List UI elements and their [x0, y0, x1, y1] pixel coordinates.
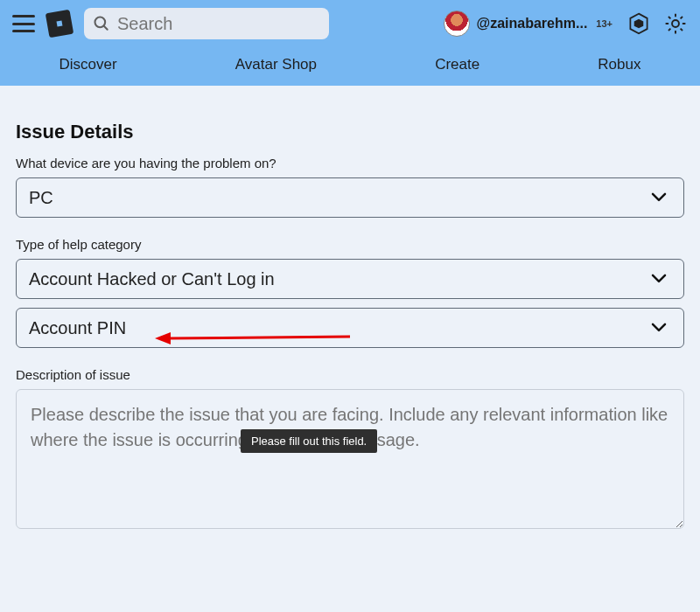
menu-button[interactable]	[12, 15, 35, 32]
svg-line-1	[104, 26, 108, 30]
device-label: What device are you having the problem o…	[16, 156, 684, 170]
device-value: PC	[29, 188, 53, 208]
roblox-logo-icon[interactable]	[46, 10, 74, 38]
category-value: Account Hacked or Can't Log in	[29, 269, 275, 289]
app-header: @zainabarehm... 13+ Discover Avatar Shop…	[0, 0, 700, 86]
category-select[interactable]: Account Hacked or Can't Log in	[16, 259, 684, 299]
annotation-arrow-icon	[153, 330, 354, 347]
nav-robux[interactable]: Robux	[598, 56, 640, 73]
section-title: Issue Details	[16, 121, 684, 143]
svg-marker-6	[155, 332, 171, 344]
category-label: Type of help category	[16, 237, 684, 252]
chevron-down-icon	[648, 316, 669, 337]
description-textarea[interactable]	[16, 389, 684, 529]
svg-line-5	[169, 337, 350, 338]
svg-marker-3	[634, 19, 644, 29]
robux-icon[interactable]	[626, 11, 651, 36]
chevron-down-icon	[648, 186, 669, 207]
user-area[interactable]: @zainabarehm... 13+	[444, 10, 614, 37]
header-top-row: @zainabarehm... 13+	[0, 0, 700, 47]
subcategory-value: Account PIN	[29, 318, 126, 338]
svg-point-4	[672, 20, 679, 27]
nav-row: Discover Avatar Shop Create Robux	[0, 47, 700, 86]
search-input[interactable]	[117, 14, 320, 34]
content-area: Issue Details What device are you having…	[0, 86, 700, 532]
username-label: @zainabarehm...	[477, 16, 588, 31]
search-box[interactable]	[84, 8, 329, 39]
avatar	[444, 10, 470, 37]
chevron-down-icon	[648, 268, 669, 289]
search-icon	[93, 15, 110, 32]
nav-avatar-shop[interactable]: Avatar Shop	[235, 56, 317, 73]
age-badge: 13+	[594, 18, 614, 29]
device-select[interactable]: PC	[16, 177, 684, 218]
nav-discover[interactable]: Discover	[60, 56, 117, 73]
nav-create[interactable]: Create	[435, 56, 480, 73]
device-field: What device are you having the problem o…	[16, 156, 684, 218]
settings-gear-icon[interactable]	[663, 11, 688, 36]
validation-tooltip: Please fill out this field.	[241, 429, 377, 453]
description-label: Description of issue	[16, 367, 684, 382]
